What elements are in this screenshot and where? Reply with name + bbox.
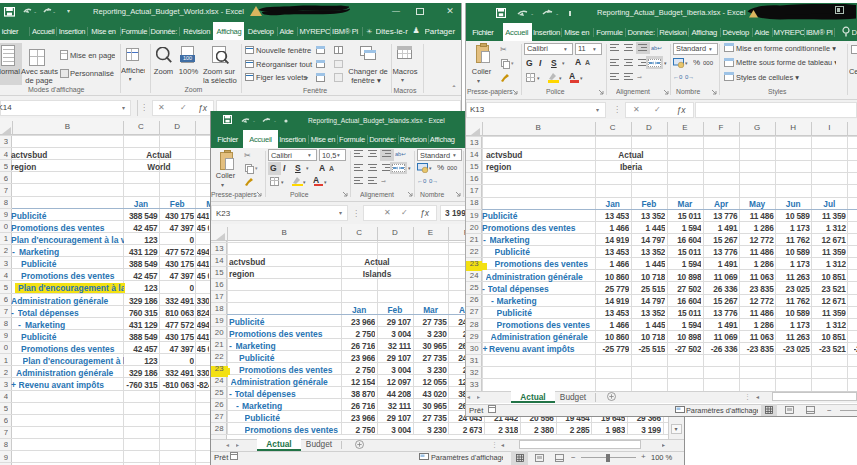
- svg-text:-: -: [34, 8, 37, 15]
- svg-text:-: -: [531, 10, 534, 17]
- svg-text:-: -: [556, 10, 559, 17]
- svg-text:-: -: [274, 118, 276, 124]
- svg-text:-: -: [253, 118, 255, 124]
- svg-text:-: -: [53, 8, 56, 15]
